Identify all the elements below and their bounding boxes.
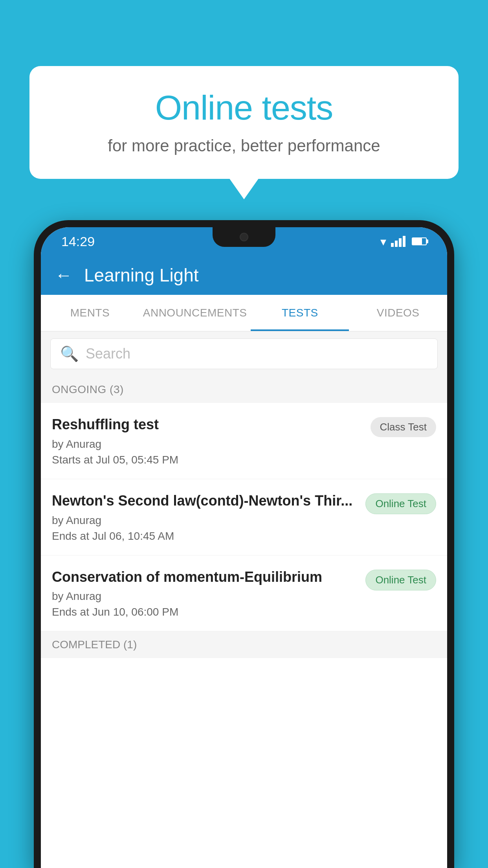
search-container: 🔍 Search: [41, 331, 447, 376]
test-time-1: Starts at Jul 05, 05:45 PM: [52, 454, 363, 466]
test-badge-2: Online Test: [365, 493, 436, 514]
wifi-icon: ▾: [380, 235, 386, 248]
test-badge-1: Class Test: [371, 417, 436, 437]
search-input-wrapper[interactable]: 🔍 Search: [50, 338, 438, 369]
test-name-2: Newton's Second law(contd)-Newton's Thir…: [52, 492, 358, 510]
test-info-3: Conservation of momentum-Equilibrium by …: [52, 568, 358, 619]
test-author-1: by Anurag: [52, 438, 363, 451]
tab-tests[interactable]: TESTS: [251, 295, 349, 331]
bubble-subtitle: for more practice, better performance: [53, 136, 435, 155]
ongoing-section-header: ONGOING (3): [41, 376, 447, 403]
camera-dot: [240, 233, 248, 241]
test-item-2[interactable]: Newton's Second law(contd)-Newton's Thir…: [41, 479, 447, 555]
test-author-2: by Anurag: [52, 514, 358, 527]
speech-bubble: Online tests for more practice, better p…: [29, 66, 459, 179]
app-title: Learning Light: [84, 265, 199, 286]
tabs-bar: MENTS ANNOUNCEMENTS TESTS VIDEOS: [41, 295, 447, 331]
test-item-1[interactable]: Reshuffling test by Anurag Starts at Jul…: [41, 403, 447, 479]
test-time-2: Ends at Jul 06, 10:45 AM: [52, 530, 358, 542]
phone-frame: 14:29 ▾ ← Learning Light: [34, 220, 454, 868]
phone-screen: 14:29 ▾ ← Learning Light: [41, 227, 447, 868]
status-time: 14:29: [61, 234, 95, 249]
test-list: Reshuffling test by Anurag Starts at Jul…: [41, 403, 447, 868]
battery-icon: [412, 237, 427, 245]
test-author-3: by Anurag: [52, 590, 358, 603]
tab-announcements[interactable]: ANNOUNCEMENTS: [139, 295, 251, 331]
search-placeholder: Search: [86, 346, 130, 362]
back-button[interactable]: ←: [55, 265, 72, 285]
signal-icon: [391, 236, 405, 247]
search-icon: 🔍: [60, 345, 79, 362]
tab-ments[interactable]: MENTS: [41, 295, 139, 331]
completed-section-header: COMPLETED (1): [41, 631, 447, 658]
app-header: ← Learning Light: [41, 256, 447, 295]
test-name-3: Conservation of momentum-Equilibrium: [52, 568, 358, 587]
test-info-2: Newton's Second law(contd)-Newton's Thir…: [52, 492, 358, 542]
test-name-1: Reshuffling test: [52, 416, 363, 434]
bubble-title: Online tests: [53, 88, 435, 128]
test-info-1: Reshuffling test by Anurag Starts at Jul…: [52, 416, 363, 466]
test-item-3[interactable]: Conservation of momentum-Equilibrium by …: [41, 555, 447, 632]
test-time-3: Ends at Jun 10, 06:00 PM: [52, 606, 358, 618]
phone-notch: [213, 227, 275, 247]
test-badge-3: Online Test: [365, 570, 436, 590]
status-icons: ▾: [380, 235, 427, 248]
tab-videos[interactable]: VIDEOS: [349, 295, 447, 331]
